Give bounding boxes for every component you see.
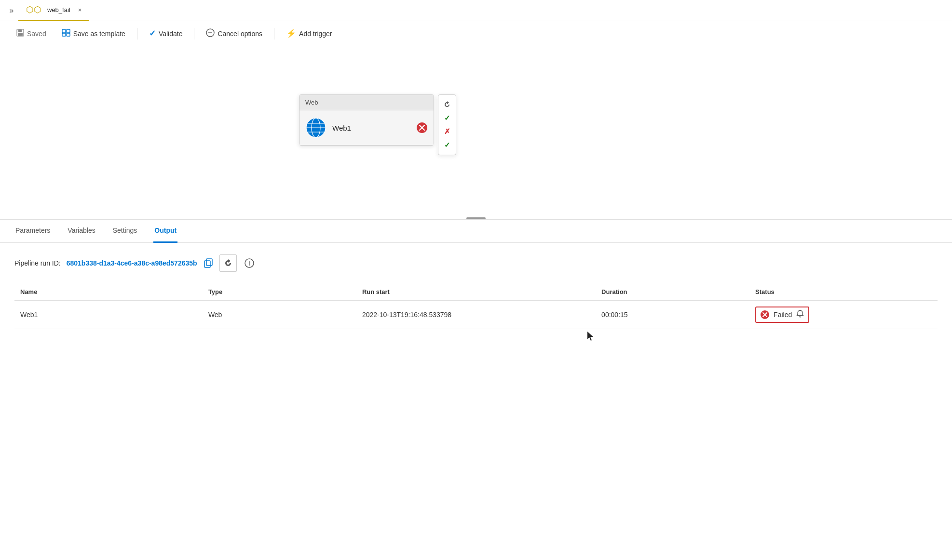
- validate-icon: ✓: [149, 28, 156, 39]
- expand-button[interactable]: »: [5, 4, 18, 17]
- node-header: Web: [299, 95, 434, 110]
- cell-status: Failed: [749, 301, 938, 329]
- tab-close-button[interactable]: ×: [78, 6, 82, 13]
- tab-variables[interactable]: Variables: [67, 220, 96, 243]
- run-table: Name Type Run start Duration Status Web1…: [14, 283, 938, 329]
- node-error-icon[interactable]: [416, 122, 428, 133]
- trigger-icon: ⚡: [286, 28, 296, 39]
- svg-rect-6: [67, 33, 70, 36]
- svg-point-25: [800, 310, 801, 311]
- toolbar-divider-3: [274, 28, 274, 40]
- status-error-icon: [760, 310, 770, 320]
- cell-type: Web: [203, 301, 356, 329]
- saved-label: Saved: [27, 30, 46, 38]
- save-as-template-button[interactable]: Save as template: [55, 26, 132, 41]
- col-header-type: Type: [203, 283, 356, 301]
- node-x-icon[interactable]: ✗: [441, 126, 453, 137]
- cell-run-start: 2022-10-13T19:16:48.533798: [356, 301, 596, 329]
- cell-duration: 00:00:15: [596, 301, 749, 329]
- svg-rect-5: [62, 33, 66, 36]
- resize-handle[interactable]: [466, 217, 486, 219]
- copy-id-button[interactable]: [203, 258, 214, 268]
- tab-settings[interactable]: Settings: [112, 220, 138, 243]
- pipeline-run-id[interactable]: 6801b338-d1a3-4ce6-a38c-a98ed572635b: [67, 259, 197, 267]
- col-header-status: Status: [749, 283, 938, 301]
- cancel-icon: [206, 28, 215, 39]
- node-refresh-icon[interactable]: [441, 99, 453, 110]
- saved-button: Saved: [10, 26, 53, 41]
- svg-rect-4: [67, 29, 70, 33]
- validate-label: Validate: [159, 30, 183, 38]
- save-as-template-label: Save as template: [73, 30, 125, 38]
- cancel-options-button[interactable]: Cancel options: [199, 26, 269, 42]
- refresh-run-button[interactable]: [219, 254, 237, 272]
- pipeline-run-label: Pipeline run ID:: [14, 259, 61, 267]
- cell-name: Web1: [14, 301, 203, 329]
- alert-bell-icon[interactable]: [796, 309, 804, 320]
- tab-bar: » ⬡⬡ web_fail ×: [0, 0, 952, 21]
- output-panel: Pipeline run ID: 6801b338-d1a3-4ce6-a38c…: [0, 243, 952, 341]
- add-trigger-label: Add trigger: [299, 30, 332, 38]
- globe-icon: [305, 117, 326, 138]
- validate-button[interactable]: ✓ Validate: [142, 26, 190, 41]
- pipeline-run-row: Pipeline run ID: 6801b338-d1a3-4ce6-a38c…: [14, 254, 938, 272]
- web-node-card[interactable]: Web Web1: [299, 94, 434, 146]
- tab-logo-icon: ⬡⬡: [26, 4, 41, 15]
- toolbar-divider-1: [137, 28, 137, 40]
- node-check-icon-1[interactable]: ✓: [441, 112, 453, 124]
- tab-output[interactable]: Output: [153, 220, 177, 243]
- table-row: Web1 Web 2022-10-13T19:16:48.533798 00:0…: [14, 301, 938, 329]
- svg-text:i: i: [249, 260, 250, 267]
- toolbar: Saved Save as template ✓ Validate Cancel…: [0, 21, 952, 46]
- cancel-options-label: Cancel options: [218, 30, 262, 38]
- svg-rect-3: [62, 29, 66, 33]
- svg-rect-19: [204, 261, 210, 267]
- tab-title: web_fail: [47, 6, 70, 13]
- svg-rect-2: [18, 33, 23, 36]
- save-icon: [16, 29, 24, 39]
- bottom-panel: Parameters Variables Settings Output Pip…: [0, 220, 952, 341]
- tab-parameters[interactable]: Parameters: [14, 220, 51, 243]
- add-trigger-button[interactable]: ⚡ Add trigger: [279, 26, 339, 41]
- node-name: Web1: [332, 124, 410, 132]
- node-body: Web1: [299, 110, 434, 145]
- col-header-duration: Duration: [596, 283, 749, 301]
- tab-web-fail[interactable]: ⬡⬡ web_fail ×: [18, 0, 89, 21]
- col-header-runstart: Run start: [356, 283, 596, 301]
- svg-rect-18: [206, 259, 212, 266]
- node-side-icons: ✓ ✗ ✓: [438, 94, 456, 155]
- toolbar-divider-2: [194, 28, 194, 40]
- table-header-row: Name Type Run start Duration Status: [14, 283, 938, 301]
- col-header-name: Name: [14, 283, 203, 301]
- status-text: Failed: [774, 311, 792, 319]
- svg-rect-1: [18, 29, 22, 32]
- template-icon: [62, 29, 70, 39]
- panel-tabs: Parameters Variables Settings Output: [0, 220, 952, 243]
- node-check-icon-2[interactable]: ✓: [441, 139, 453, 151]
- info-icon[interactable]: i: [243, 256, 256, 270]
- canvas-area[interactable]: Web Web1: [0, 46, 952, 220]
- status-failed-badge[interactable]: Failed: [755, 307, 809, 323]
